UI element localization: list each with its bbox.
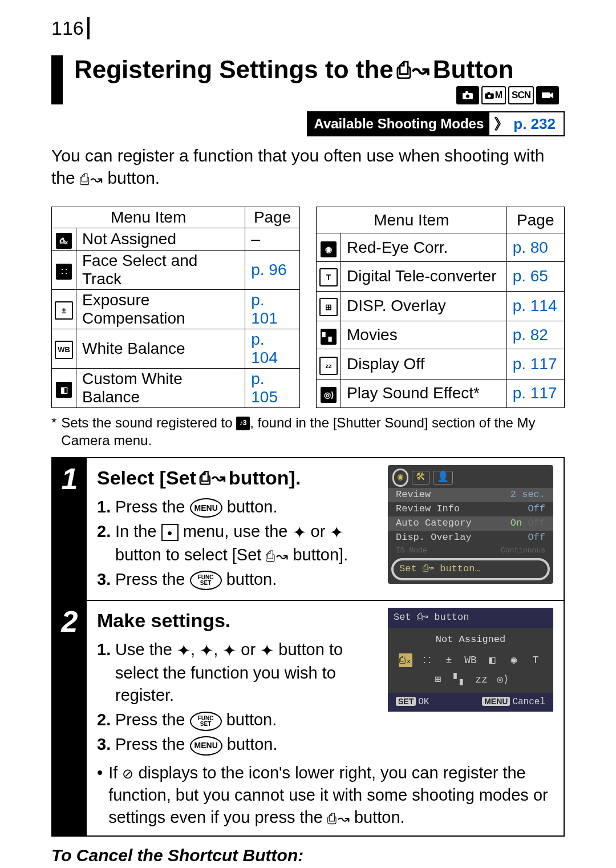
lcd-label: Review Info xyxy=(396,503,460,516)
lcd-tab-user-icon: 👤 xyxy=(433,471,453,485)
mode-badge-scn: SCN xyxy=(508,86,534,104)
custom-wb-icon: ◧ xyxy=(56,382,72,398)
step-2: 2 Make settings. 1. Use the ✦, ✦, xyxy=(52,600,564,835)
txt: In the xyxy=(115,522,157,540)
wb-icon: WB xyxy=(55,341,73,359)
intro-post: button. xyxy=(107,168,160,187)
menu-table-right: Menu Item Page ◉ Red-Eye Corr. p. 80 T D… xyxy=(316,207,565,408)
lcd2-cancel: Cancel xyxy=(512,697,545,707)
lcd-label: Disp. Overlay xyxy=(396,531,472,544)
page-link[interactable]: p. 96 xyxy=(251,261,286,278)
shutter-sound-icon: ♪3 xyxy=(236,417,250,430)
tele-icon: T xyxy=(319,268,338,286)
lcd-label: Auto Category xyxy=(396,517,472,530)
svg-rect-6 xyxy=(542,92,550,98)
grid-redeye-icon: ◉ xyxy=(507,653,521,667)
txt: button. xyxy=(226,570,277,588)
overlay-icon: ⊞ xyxy=(319,298,338,316)
lcd2-ok: OK xyxy=(418,697,429,707)
table-row: ⎙ₓ Not Assigned – xyxy=(52,228,300,250)
page-link[interactable]: p. 104 xyxy=(251,330,278,366)
txt: button. xyxy=(227,735,278,753)
txt: Select xyxy=(51,865,99,868)
footnote: * Sets the sound registered to ♪3, found… xyxy=(51,414,565,449)
svg-point-5 xyxy=(488,95,491,98)
page-link[interactable]: p. 80 xyxy=(513,239,548,256)
sub-num: 3. xyxy=(97,568,112,591)
title-text-post: Button xyxy=(433,55,514,84)
shortcut-button-icon: ⎙↝ xyxy=(266,546,288,566)
note-bullet: • xyxy=(97,762,103,829)
lcd-val: Off xyxy=(528,503,545,516)
th-menu-item: Menu Item xyxy=(317,207,507,233)
func-bot: SET xyxy=(200,580,211,586)
face-track-icon: ⸬ xyxy=(56,264,72,280)
lcd-label: IS Mode xyxy=(396,546,427,556)
txt: button. xyxy=(226,710,277,729)
prohibited-icon: ⊘ xyxy=(122,765,133,783)
grid-not-assigned-icon: ⎙ₓ xyxy=(399,653,412,667)
menu-table-left: Menu Item Page ⎙ₓ Not Assigned – ⸬ Face … xyxy=(51,207,300,408)
sub-num: 1. xyxy=(97,639,112,706)
lcd-val: 2 sec. xyxy=(510,488,545,502)
txt: If xyxy=(108,764,117,782)
redeye-icon: ◉ xyxy=(321,241,337,257)
left-arrow-icon: ✦ xyxy=(222,640,236,662)
cancel-heading: To Cancel the Shortcut Button: xyxy=(51,846,565,865)
mode-badge-manual-icon: M xyxy=(481,86,506,104)
intro-paragraph: You can register a function that you oft… xyxy=(51,144,565,189)
cell-name: Display Off xyxy=(341,349,507,380)
page-link[interactable]: p. 105 xyxy=(251,370,278,406)
grid-overlay-icon: ⊞ xyxy=(431,673,445,687)
txt: , xyxy=(213,640,218,659)
txt: or xyxy=(241,640,256,659)
shortcut-button-icon: ⎙↝ xyxy=(397,57,429,83)
lcd-val: Continuous xyxy=(501,546,545,556)
page-link[interactable]: p. 65 xyxy=(513,267,548,285)
lcd2-center: Not Assigned xyxy=(388,628,553,651)
step1-title-post: button]. xyxy=(229,465,301,491)
cell-name: Play Sound Effect* xyxy=(341,380,507,407)
footnote-pre: Sets the sound registered to xyxy=(61,415,232,430)
cell-name: Digital Tele-converter xyxy=(341,261,507,291)
cell-name: White Balance xyxy=(76,329,245,368)
txt: , xyxy=(191,640,195,659)
lcd2-menu-btn: MENU xyxy=(482,697,510,706)
table-row: ▘▖ Movies p. 82 xyxy=(317,321,565,349)
exposure-icon: ± xyxy=(55,301,73,320)
txt: or xyxy=(311,522,326,540)
page-link[interactable]: p. 101 xyxy=(251,291,278,327)
page-link[interactable]: p. 117 xyxy=(513,355,557,373)
lcd-tab-tools-icon: 🛠 xyxy=(412,471,429,485)
table-row: ± Exposure Compensation p. 101 xyxy=(52,289,300,329)
available-modes-label: Available Shooting Modes xyxy=(308,112,489,135)
table-row: ◉ Red-Eye Corr. p. 80 xyxy=(317,233,565,261)
available-modes-link[interactable]: Available Shooting Modes 》 p. 232 xyxy=(307,111,565,136)
shortcut-button-icon: ⎙↝ xyxy=(80,169,103,189)
camera-menu-icon: ● xyxy=(161,524,179,541)
down-arrow-icon: ✦ xyxy=(200,640,213,662)
lcd-val: Off xyxy=(528,531,545,544)
lcd-preview-2: Set ⎙↝ button Not Assigned ⎙ₓ ⸬ ± WB ◧ ◉… xyxy=(388,608,553,712)
th-menu-item: Menu Item xyxy=(52,207,245,228)
txt: button. xyxy=(227,498,278,516)
menu-button-icon: MENU xyxy=(190,736,222,756)
step-number: 1 xyxy=(52,458,87,600)
cell-name: Movies xyxy=(341,321,507,349)
lcd-val: On xyxy=(510,518,522,528)
section-title: Registering Settings to the ⎙↝ Button M … xyxy=(51,55,565,104)
available-modes-page: p. 232 xyxy=(513,115,564,133)
step2-note: • If ⊘ displays to the icon's lower righ… xyxy=(97,762,553,829)
func-set-button-icon: FUNC SET xyxy=(190,712,222,731)
footnote-mark: * xyxy=(51,414,56,449)
txt: Press the xyxy=(115,710,185,729)
step-number: 2 xyxy=(52,601,87,835)
table-row: ◧ Custom White Balance p. 105 xyxy=(52,368,300,407)
not-assigned-icon: ⎙ₓ xyxy=(56,233,72,249)
page-link[interactable]: p. 114 xyxy=(513,297,557,314)
cell-name: Custom White Balance xyxy=(76,368,245,407)
cell-name: Not Assigned xyxy=(76,228,245,250)
page-link[interactable]: p. 82 xyxy=(513,326,548,344)
svg-rect-4 xyxy=(487,92,489,94)
page-link[interactable]: p. 117 xyxy=(513,384,557,402)
